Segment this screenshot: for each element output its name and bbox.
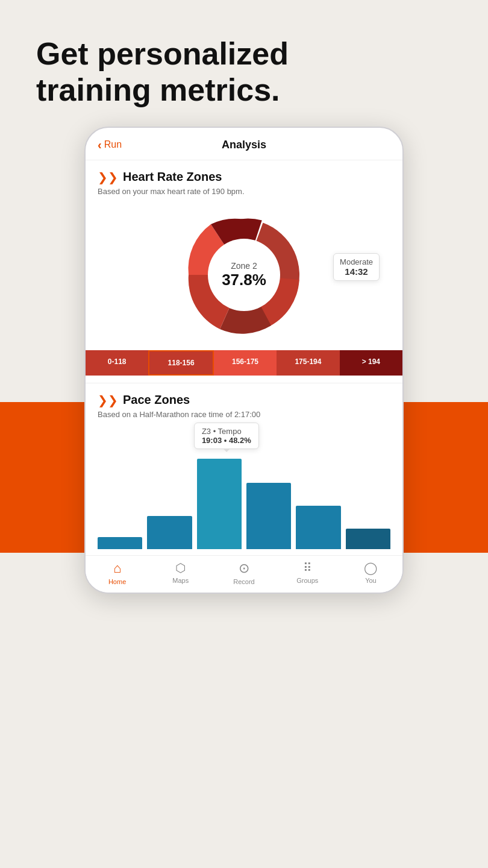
heart-rate-title: Heart Rate Zones [123,170,222,184]
tooltip-value: 14:32 [340,266,373,277]
nav-you[interactable]: ◯ You [339,561,402,585]
nav-groups[interactable]: ⠿ Groups [276,561,339,585]
hr-zone-2[interactable]: 118-156 [148,350,213,376]
bar-chart-tooltip: Z3 • Tempo 19:03 • 48.2% [194,423,259,449]
nav-record[interactable]: ⊙ Record [212,561,275,585]
bottom-nav: ⌂ Home ⬡ Maps ⊙ Record ⠿ Groups ◯ You [86,555,402,593]
bar-4 [246,483,291,549]
bar-5 [296,506,340,549]
pace-title-row: ❯❯ Pace Zones [98,393,390,407]
pace-subtitle: Based on a Half-Marathon race time of 2:… [98,410,390,419]
hr-zones-bar: 0-118 118-156 156-175 175-194 > 194 [86,350,402,376]
back-button[interactable]: ‹ Run [98,138,122,152]
donut-chart-container: Zone 2 37.8% Moderate 14:32 [98,200,390,350]
app-header: ‹ Run Analysis [86,128,402,160]
heart-rate-subtitle: Based on your max heart rate of 190 bpm. [98,187,390,196]
maps-icon: ⬡ [175,561,186,575]
bar-3 [197,459,242,549]
bar-tooltip-zone: Z3 • Tempo [202,427,251,436]
heart-rate-icon: ❯❯ [98,170,118,184]
heart-rate-section: ❯❯ Heart Rate Zones Based on your max he… [86,160,402,376]
hr-zone-1[interactable]: 0-118 [86,350,148,376]
record-icon: ⊙ [239,561,249,576]
hr-zone-5[interactable]: > 194 [340,350,402,376]
pace-icon: ❯❯ [98,393,118,407]
maps-label: Maps [172,577,189,584]
bar-chart-container: Z3 • Tempo 19:03 • 48.2% [98,423,390,549]
phone-container: ‹ Run Analysis ❯❯ Heart Rate Zones Based… [84,127,404,594]
hr-zone-4[interactable]: 175-194 [277,350,339,376]
groups-icon: ⠿ [303,561,312,575]
back-chevron-icon: ‹ [98,138,102,152]
home-label: Home [108,578,126,585]
page-title: Get personalized training metrics. [36,36,289,107]
bar-tooltip-value: 19:03 • 48.2% [202,436,251,445]
bar-6 [346,529,390,549]
donut-center-text: Zone 2 37.8% [222,260,266,289]
section-title-row: ❯❯ Heart Rate Zones [98,170,390,184]
pace-title: Pace Zones [123,393,190,407]
home-icon: ⌂ [113,561,121,576]
orange-bg-right [404,402,488,553]
pace-section: ❯❯ Pace Zones Based on a Half-Marathon r… [86,383,402,549]
donut-zone-label: Zone 2 [222,260,266,270]
record-label: Record [233,578,254,585]
donut-tooltip: Moderate 14:32 [333,253,380,281]
groups-label: Groups [296,577,318,584]
bar-1 [98,537,142,549]
bar-2 [147,516,192,549]
tooltip-title: Moderate [340,257,373,266]
orange-bg-left [0,402,84,553]
nav-maps[interactable]: ⬡ Maps [149,561,212,585]
header-title: Analysis [222,139,266,151]
you-icon: ◯ [364,561,377,575]
hr-zone-3[interactable]: 156-175 [214,350,277,376]
nav-home[interactable]: ⌂ Home [86,561,149,585]
bar-chart-bars [98,447,390,549]
page-heading: Get personalized training metrics. [0,0,488,121]
back-label: Run [104,139,122,150]
you-label: You [365,577,377,584]
donut-percent: 37.8% [222,270,266,289]
